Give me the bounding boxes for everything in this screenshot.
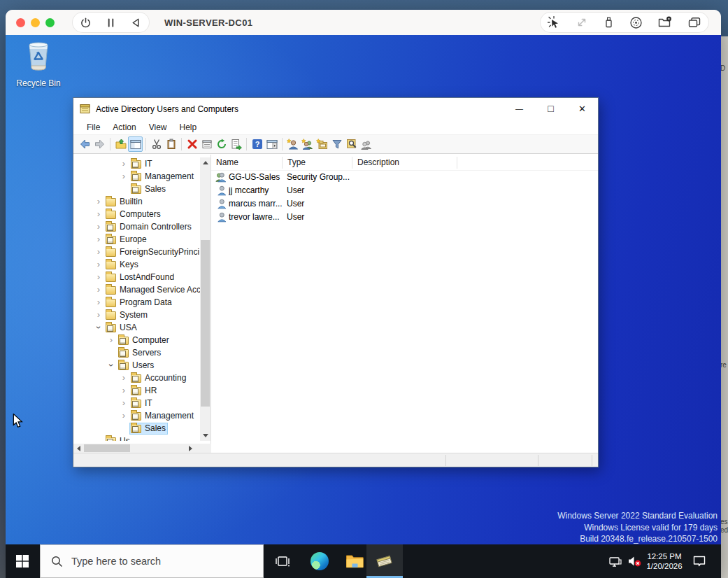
new-organizational-unit-icon[interactable] [315,136,329,152]
tree-node[interactable]: Keys [104,259,141,271]
chevron-icon[interactable] [93,220,104,233]
tree-node[interactable]: Computers [104,209,163,220]
column-header-type[interactable]: Type [283,157,352,169]
task-view-button[interactable] [267,544,298,578]
tree-node[interactable]: Domain Controllers [104,221,194,233]
chevron-icon[interactable] [93,195,104,208]
tree-item[interactable]: Builtin [73,195,210,208]
add-to-group-icon[interactable] [359,136,373,152]
chevron-icon[interactable] [118,397,129,409]
search-input[interactable] [71,556,239,567]
chevron-icon[interactable] [93,309,104,321]
tree-item[interactable]: Computer [73,334,210,346]
tree-node[interactable]: Computer [117,334,171,346]
network-icon[interactable] [608,544,622,578]
capture-cursor-icon[interactable] [548,16,560,29]
shared-folder-icon[interactable] [658,16,672,29]
menu-view[interactable]: View [143,121,173,134]
filter-icon[interactable] [329,136,344,152]
chevron-icon[interactable] [93,246,104,258]
usb-icon[interactable] [604,16,614,29]
menu-action[interactable]: Action [106,121,142,134]
refresh-icon[interactable] [214,136,229,152]
scrollbar-thumb[interactable] [84,444,130,452]
action-center-icon[interactable] [692,544,706,578]
list-item[interactable]: trevor lawre... User [211,211,598,224]
tree-item[interactable]: IT [73,157,210,170]
column-header-name[interactable]: Name [211,157,283,169]
tree-item[interactable]: USA [73,321,210,334]
vertical-scrollbar[interactable] [200,157,210,441]
chevron-icon[interactable] [93,296,104,309]
taskbar-search[interactable] [40,544,264,578]
tree-node[interactable]: Servers [117,347,163,359]
horizontal-scrollbar[interactable] [73,444,211,453]
delete-icon[interactable] [185,136,199,152]
cd-rom-icon[interactable] [629,16,643,29]
chevron-icon[interactable] [93,258,104,271]
tree-node[interactable]: IT [129,397,155,409]
tree-node[interactable]: Sales [129,423,168,435]
maximize-button[interactable]: □ [535,98,566,119]
scrollbar-thumb[interactable] [201,240,210,407]
chevron-icon[interactable] [93,271,104,283]
menu-file[interactable]: File [80,121,106,134]
find-icon[interactable] [344,136,359,152]
tree-item[interactable]: System [73,309,210,321]
tree-node[interactable]: Management [129,410,196,422]
tree-node[interactable]: Europe [104,234,149,246]
chevron-icon[interactable] [106,359,117,372]
tree-item[interactable]: Sales [73,422,210,435]
tree-item[interactable]: Computers [73,208,210,220]
start-button[interactable] [6,544,39,578]
step-icon[interactable] [130,17,142,29]
tree-item[interactable]: HR [73,384,210,397]
vm-host-titlebar[interactable]: WIN-SERVER-DC01 [6,10,721,35]
new-user-icon[interactable] [285,136,300,152]
menu-help[interactable]: Help [173,121,204,134]
chevron-icon[interactable] [93,233,104,246]
tree-item[interactable]: Us [73,435,210,441]
tree-node[interactable]: Us [104,435,132,442]
taskbar-clock[interactable]: 12:25 PM 1/20/2026 [639,544,690,578]
tree-item[interactable]: IT [73,397,210,409]
chevron-icon[interactable] [93,208,104,220]
tree-item[interactable]: Keys [73,258,210,271]
list-item[interactable]: marcus marr... User [211,197,598,211]
aduc-titlebar[interactable]: Active Directory Users and Computers — □… [73,98,598,120]
minimize-button[interactable] [31,18,40,27]
forward-icon[interactable] [92,136,107,152]
tree-item[interactable]: Domain Controllers [73,220,210,233]
show-hide-console-tree-icon[interactable] [128,136,143,152]
edge-button[interactable] [304,544,336,578]
show-hide-action-pane-icon[interactable] [264,136,279,152]
tree-item[interactable]: LostAndFound [73,271,210,283]
tree-item[interactable]: Management [73,170,210,183]
aduc-window[interactable]: Active Directory Users and Computers — □… [73,97,599,467]
scroll-left-icon[interactable] [73,444,83,453]
tree-node[interactable]: ForeignSecurityPrinci [104,246,201,258]
chevron-icon[interactable] [118,409,129,422]
fullscreen-icon[interactable] [576,16,588,29]
chevron-icon[interactable] [118,384,129,397]
new-group-icon[interactable] [300,136,315,152]
chevron-icon[interactable] [93,321,104,334]
help-icon[interactable]: ? [250,136,264,152]
power-icon[interactable] [80,17,92,29]
minimize-button[interactable]: — [504,98,535,119]
tree-node[interactable]: USA [104,322,139,334]
tree-node[interactable]: IT [129,158,155,170]
recycle-bin-shortcut[interactable]: Recycle Bin [13,39,64,88]
windows-desktop[interactable]: Recycle Bin Active Directory Users and C… [6,35,721,578]
tree-item[interactable]: ForeignSecurityPrinci [73,246,210,258]
tree-item[interactable]: Management [73,409,210,422]
tree-item[interactable]: Sales [73,183,210,195]
aduc-taskbar-button[interactable] [366,544,403,578]
list-item[interactable]: GG-US-Sales Security Group... [211,171,598,184]
tree-node[interactable]: System [104,309,150,321]
tree-node[interactable]: Sales [129,183,168,195]
close-button[interactable] [16,18,25,27]
tree-item[interactable]: Managed Service Acc [73,283,210,296]
display-windows-icon[interactable] [687,16,701,29]
back-icon[interactable] [78,136,92,152]
